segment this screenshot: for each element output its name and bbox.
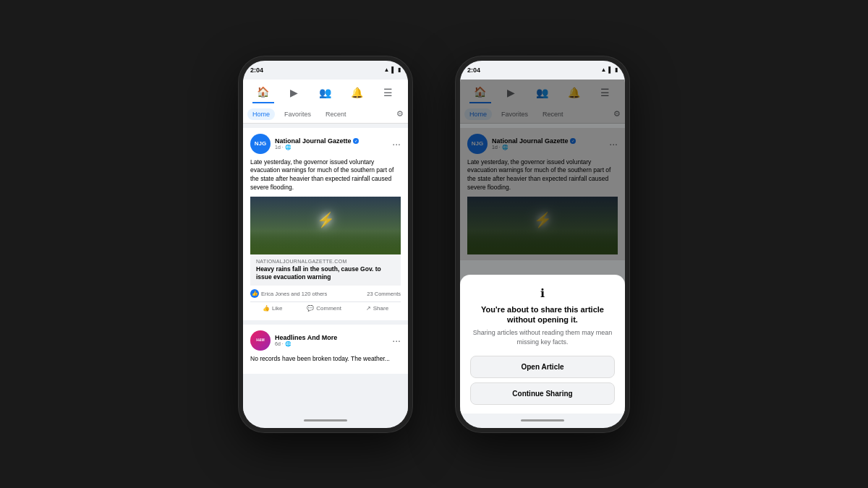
modal-overlay: ℹ You're about to share this article wit… [460, 80, 625, 414]
wifi-icon: ▲ [383, 67, 389, 73]
modal-subtitle: Sharing articles without reading them ma… [470, 328, 615, 346]
wifi-icon-right: ▲ [600, 67, 606, 73]
screen-left: 🏠 ▶ 👥 🔔 ☰ Home Favorites Recent ⚙ NJG [243, 80, 408, 414]
post-text-2: No records have been broken today. The w… [250, 355, 401, 364]
share-button-1[interactable]: ↗ Share [366, 305, 388, 312]
share-modal: ℹ You're about to share this article wit… [460, 275, 625, 414]
verified-badge-1: ✓ [353, 138, 359, 144]
signal-icon-right: ▌ [608, 67, 613, 73]
article-source-1: NATIONALJOURNALGAZETTE.COM [256, 259, 395, 264]
publisher-name-1: National Journal Gazette ✓ [275, 137, 388, 145]
storm-field [250, 229, 401, 254]
home-bar-left [243, 414, 408, 428]
post-header-2: H&M Headlines And More 6d · 🌐 ··· [250, 330, 401, 351]
share-icon-1: ↗ [366, 305, 371, 312]
home-bar-right [460, 414, 625, 428]
article-image-1: ⚡ [250, 197, 401, 254]
phone-right: 2:04 ▲ ▌ ▮ 🏠 ▶ 👥 🔔 ☰ Home Favorites Rece… [456, 56, 629, 432]
nav-bell-icon[interactable]: 🔔 [346, 82, 367, 103]
article-link-1[interactable]: NATIONALJOURNALGAZETTE.COM Heavy rains f… [250, 254, 401, 286]
home-indicator-right [521, 419, 564, 421]
continue-sharing-button[interactable]: Continue Sharing [470, 382, 615, 405]
screen-right: 🏠 ▶ 👥 🔔 ☰ Home Favorites Recent ⚙ NJG [460, 80, 625, 414]
post-meta-1: National Journal Gazette ✓ 1d · 🌐 [275, 137, 388, 150]
tab-home[interactable]: Home [247, 108, 275, 120]
thumbs-icon-1: 👍 [250, 289, 259, 298]
comments-count-1: 23 Comments [367, 291, 401, 297]
nav-video-icon[interactable]: ▶ [284, 82, 305, 103]
facebook-nav-left: 🏠 ▶ 👥 🔔 ☰ Home Favorites Recent ⚙ [243, 80, 408, 124]
post-card-2: H&M Headlines And More 6d · 🌐 ··· No rec… [243, 325, 408, 374]
post-meta-2: Headlines And More 6d · 🌐 [275, 334, 388, 347]
comment-button-1[interactable]: 💬 Comment [307, 305, 341, 312]
post-reactions-1: 👍 Erica Jones and 120 others 23 Comments [250, 286, 401, 302]
post-card-1: NJG National Journal Gazette ✓ 1d · 🌐 ··… [243, 128, 408, 321]
like-icon-1: 👍 [263, 305, 270, 312]
post-header-1: NJG National Journal Gazette ✓ 1d · 🌐 ··… [250, 134, 401, 154]
home-indicator-left [304, 419, 347, 421]
publisher-name-2: Headlines And More [275, 334, 388, 341]
signal-icon: ▌ [391, 67, 396, 73]
globe-icon-1: · 🌐 [282, 145, 292, 150]
modal-title: You're about to share this article witho… [470, 304, 615, 325]
status-bar-left: 2:04 ▲ ▌ ▮ [243, 61, 408, 80]
post-actions-1: 👍 Like 💬 Comment ↗ Share [250, 302, 401, 314]
open-article-button[interactable]: Open Article [470, 356, 615, 378]
nav-menu-icon[interactable]: ☰ [377, 82, 399, 103]
tab-recent[interactable]: Recent [320, 108, 352, 120]
like-button-1[interactable]: 👍 Like [263, 305, 283, 312]
post-text-1: Late yesterday, the governor issued volu… [250, 158, 401, 193]
status-icons-left: ▲ ▌ ▮ [383, 67, 401, 73]
time-left: 2:04 [250, 67, 263, 74]
post-time-1: 1d · 🌐 [275, 145, 388, 150]
filter-icon[interactable]: ⚙ [396, 109, 404, 119]
feed-left: NJG National Journal Gazette ✓ 1d · 🌐 ··… [243, 124, 408, 414]
reaction-count-1: 👍 Erica Jones and 120 others [250, 289, 327, 298]
post-more-options-1[interactable]: ··· [392, 138, 401, 150]
nav-home-icon[interactable]: 🏠 [252, 82, 274, 103]
nav-icons-left: 🏠 ▶ 👥 🔔 ☰ [247, 80, 404, 106]
status-icons-right: ▲ ▌ ▮ [600, 67, 618, 73]
article-title-1: Heavy rains fall in the south, cause Gov… [256, 265, 395, 281]
battery-icon: ▮ [398, 67, 401, 73]
globe-icon-2: · 🌐 [282, 341, 292, 346]
status-bar-right: 2:04 ▲ ▌ ▮ [460, 61, 625, 80]
lightning-icon: ⚡ [317, 211, 335, 228]
nav-groups-icon[interactable]: 👥 [315, 82, 336, 103]
comment-icon-1: 💬 [307, 305, 314, 312]
battery-icon-right: ▮ [615, 67, 618, 73]
post-more-options-2[interactable]: ··· [392, 335, 401, 346]
phone-left: 2:04 ▲ ▌ ▮ 🏠 ▶ 👥 🔔 ☰ Home Favorites Rece… [239, 56, 412, 432]
info-icon: ℹ [470, 286, 615, 300]
time-right: 2:04 [467, 67, 480, 74]
publisher-avatar-1: NJG [250, 134, 271, 154]
feed-tabs-left: Home Favorites Recent ⚙ [247, 106, 404, 123]
post-time-2: 6d · 🌐 [275, 341, 388, 347]
tab-favorites[interactable]: Favorites [279, 108, 316, 120]
publisher-avatar-2: H&M [250, 330, 271, 351]
